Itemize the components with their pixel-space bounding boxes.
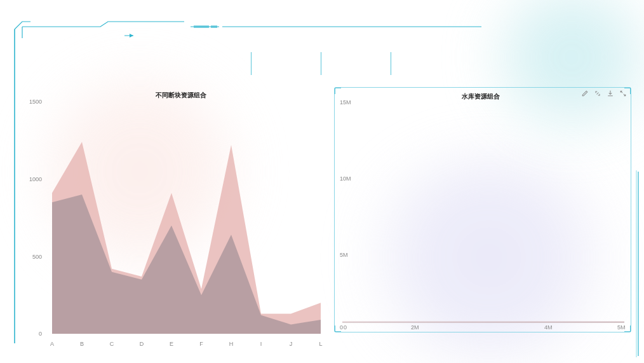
x-tick: 2M — [411, 324, 419, 331]
svg-rect-0 — [194, 25, 209, 28]
expand-icon[interactable] — [619, 90, 627, 97]
stat-divider — [321, 52, 321, 75]
y-tick: 0 — [23, 331, 42, 337]
x-tick: F — [195, 341, 208, 347]
x-tick: A — [46, 341, 58, 347]
x-tick: 4M — [544, 324, 553, 331]
link-icon[interactable] — [594, 90, 601, 97]
y-tick: 500 — [23, 254, 42, 260]
x-tick: C — [105, 341, 118, 347]
stat-divider — [251, 52, 252, 75]
svg-rect-1 — [211, 25, 217, 28]
right-chart-panel: 水库资源组合 15M 10M 5M 0 0 2M 4M 5M — [334, 87, 631, 332]
left-chart-title: 不同断块资源组合 — [156, 91, 206, 100]
svg-marker-2 — [130, 34, 133, 38]
x-tick: H — [225, 341, 238, 347]
x-tick: B — [76, 341, 88, 347]
x-tick: 5M — [617, 324, 626, 331]
right-area-chart — [342, 100, 624, 323]
x-tick: D — [135, 341, 148, 347]
download-icon[interactable] — [607, 90, 614, 97]
x-tick: L — [314, 341, 327, 347]
chart-toolbar — [581, 90, 627, 97]
y-tick: 1500 — [23, 99, 42, 105]
stat-divider — [391, 52, 391, 75]
edit-icon[interactable] — [581, 90, 589, 97]
y-tick: 0 — [340, 324, 343, 331]
right-chart-title: 水库资源组合 — [462, 92, 500, 101]
y-tick: 1000 — [23, 176, 42, 182]
x-tick: I — [255, 341, 267, 347]
x-tick: E — [165, 341, 178, 347]
left-area-chart — [52, 102, 321, 334]
x-tick: 0 — [344, 324, 347, 331]
x-tick: J — [285, 341, 297, 347]
